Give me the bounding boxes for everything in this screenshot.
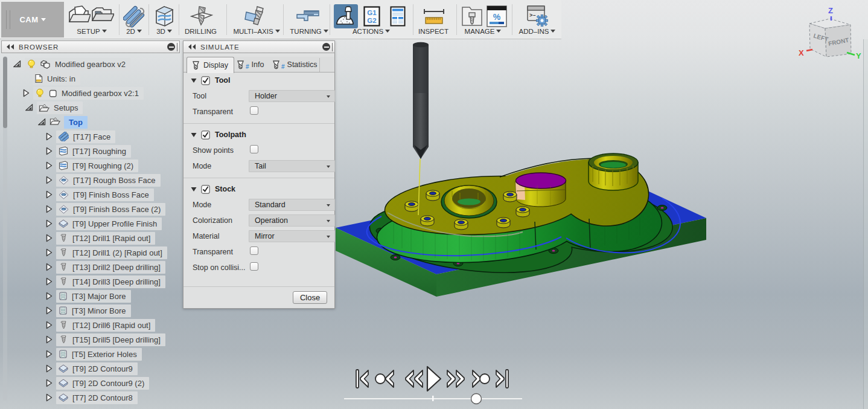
svg-text:G1: G1 bbox=[367, 9, 377, 16]
svg-text:Y: Y bbox=[856, 51, 861, 60]
svg-text:%: % bbox=[493, 12, 501, 22]
svg-text:G2: G2 bbox=[367, 17, 376, 24]
svg-text:Z: Z bbox=[828, 6, 833, 15]
svg-text:>–: >– bbox=[529, 13, 536, 19]
svg-text:X: X bbox=[799, 48, 804, 57]
